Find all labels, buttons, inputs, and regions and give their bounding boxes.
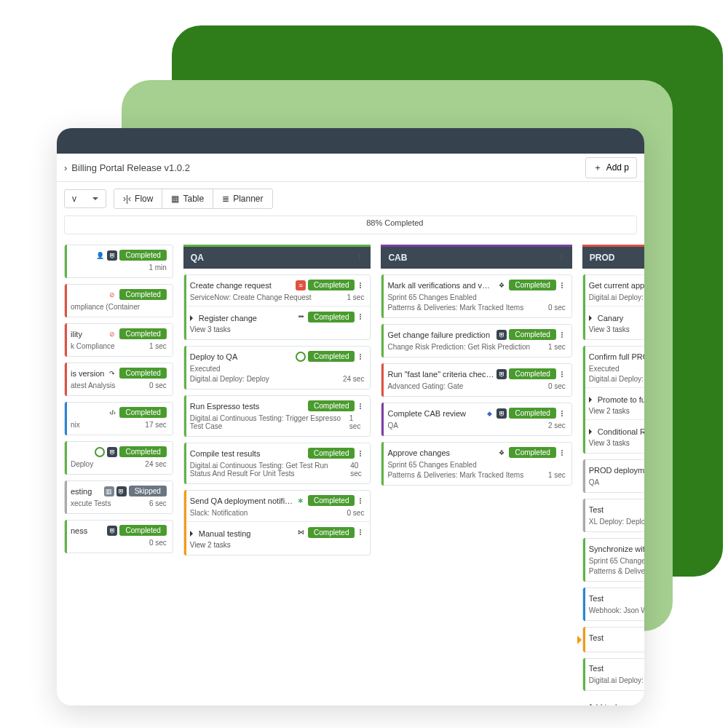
shield-icon: ⛨ — [496, 408, 507, 419]
card-menu-icon[interactable] — [558, 371, 566, 377]
card-subtext: Deploy — [71, 460, 93, 468]
card-subtext: Patterns & Deliveries: Mark Tracked Item… — [387, 471, 523, 479]
task-card[interactable]: Get change failure prediction⛨CompletedC… — [381, 324, 571, 357]
titlebar — [57, 128, 644, 154]
view-tasks-link[interactable]: View 3 tasks — [589, 439, 644, 447]
card-menu-icon[interactable] — [357, 354, 364, 360]
status-badge: Completed — [119, 250, 166, 261]
card-subtitle: Sprint 65 Changes Enabled — [387, 293, 476, 301]
shield-icon: ⛨ — [496, 330, 507, 340]
card-subtitle: Executed — [589, 365, 620, 373]
card-subtext: QA — [589, 478, 599, 486]
card-subtitle: Executed — [190, 365, 221, 373]
task-card[interactable]: ⛨CompletedDeploy24 sec — [64, 441, 173, 475]
expand-row[interactable]: Promote to full PROD — [589, 395, 644, 404]
ring-icon: ⊘ — [107, 290, 117, 300]
status-badge: Completed — [308, 527, 355, 538]
task-card[interactable]: ness⛨Completed0 sec — [64, 520, 173, 553]
task-card[interactable]: Confirm full PROD readinessCompletedExec… — [582, 346, 644, 454]
task-card[interactable]: 👤⛨Completed1 min — [64, 245, 173, 278]
column-menu-icon[interactable] — [356, 255, 363, 261]
status-badge: Skipped — [129, 486, 167, 496]
shield-icon: ⛨ — [107, 250, 117, 261]
column-menu-icon[interactable] — [558, 255, 565, 261]
task-card[interactable]: is version↷Completedatest Analysis0 sec — [64, 363, 173, 396]
column-qa-label: QA — [191, 253, 204, 263]
view-tasks-link[interactable]: View 3 tasks — [190, 325, 365, 333]
task-card[interactable]: Test👥In progress — [582, 627, 644, 652]
task-card[interactable]: Get current application …⛨CompletedDigit… — [582, 274, 644, 340]
task-card[interactable]: Test▩SkippedXL Deploy: Deploy extended7.… — [582, 499, 644, 532]
card-subtext: k Compliance — [71, 342, 115, 350]
column-header-qa[interactable]: QA — [183, 245, 371, 269]
card-title: Compile test results — [190, 449, 305, 458]
card-menu-icon[interactable] — [357, 403, 364, 409]
expand-row[interactable]: Manual testing — [190, 529, 251, 538]
task-card[interactable]: Deploy to QACompletedExecutedDigital.ai … — [183, 346, 371, 389]
expand-row[interactable]: Canary — [589, 314, 623, 323]
shield-icon: ⛨ — [116, 486, 127, 496]
task-card[interactable]: ⊘Completedompliance (Container — [64, 284, 173, 317]
card-menu-icon[interactable] — [558, 282, 566, 288]
card-menu-icon[interactable] — [357, 451, 364, 456]
task-card[interactable]: ‹/›Completednix17 sec — [64, 402, 173, 435]
status-badge: Completed — [308, 280, 355, 290]
card-menu-icon[interactable] — [558, 450, 566, 456]
view-planner-button[interactable]: ≣ Planner — [213, 189, 272, 208]
progress-text: 88% Completed — [366, 218, 423, 227]
card-title: Deploy to QA — [190, 352, 293, 361]
stack-icon: ❖ — [496, 280, 507, 290]
status-badge: Completed — [119, 525, 166, 536]
breadcrumb-row: › Billing Portal Release v1.0.2 ＋ Add p — [57, 154, 644, 182]
task-card[interactable]: PROD deployment gate⛨SkippedQA66 da — [582, 459, 644, 493]
status-badge: Completed — [119, 328, 166, 339]
task-card[interactable]: Run "fast lane" criteria chec…⛨Completed… — [381, 363, 571, 397]
task-card[interactable]: Create change request≡CompletedServiceNo… — [183, 274, 371, 340]
card-menu-icon[interactable] — [558, 332, 566, 338]
card-menu-icon[interactable] — [357, 282, 364, 288]
view-table-button[interactable]: ▦ Table — [162, 189, 213, 208]
status-badge: Completed — [308, 312, 355, 323]
card-menu-icon[interactable] — [357, 498, 364, 504]
add-task-button[interactable]: Add task — [582, 697, 644, 705]
card-time: 1 sec — [548, 343, 566, 351]
card-menu-icon[interactable] — [357, 529, 364, 535]
view-tasks-link[interactable]: View 3 tasks — [589, 325, 644, 333]
task-card[interactable]: Mark all verifications and v…❖CompletedS… — [381, 274, 571, 318]
task-card[interactable]: Approve changes❖CompletedSprint 65 Chang… — [381, 442, 571, 486]
expand-row[interactable]: Conditional Rollback — [589, 427, 644, 436]
ring-icon — [95, 447, 105, 457]
shield-icon: ⛨ — [107, 526, 117, 536]
card-title: Test — [589, 633, 644, 642]
task-card[interactable]: esting▥⛨Skippedxecute Tests6 sec — [64, 480, 173, 514]
column-header-prod[interactable]: PROD — [582, 245, 644, 269]
add-phase-button[interactable]: ＋ Add p — [585, 157, 637, 178]
task-card[interactable]: ility⊘Completedk Compliance1 sec — [64, 323, 173, 357]
breadcrumb-caret-icon[interactable]: › — [64, 162, 67, 173]
task-card[interactable]: Test‹/›SkippedWebhook: Json Webhook21 s — [582, 587, 644, 621]
expand-row[interactable]: Register change — [190, 314, 257, 323]
task-card[interactable]: Synchronize with business …❖CompletedSpr… — [582, 538, 644, 582]
card-time: 0 sec — [347, 509, 365, 517]
view-tasks-link[interactable]: View 2 tasks — [589, 407, 644, 415]
caret-right-icon — [589, 397, 595, 403]
task-card[interactable]: Run Espresso testsCompletedDigital.ai Co… — [183, 395, 371, 437]
diamond-icon: ◆ — [484, 408, 494, 419]
view-switch: ›|‹ Flow ▦ Table ≣ Planner — [114, 189, 273, 209]
status-badge: Completed — [509, 329, 555, 340]
column-cab-label: CAB — [388, 253, 407, 263]
task-card[interactable]: Send QA deployment notifi…✱CompletedSlac… — [183, 490, 371, 555]
card-menu-icon[interactable] — [558, 411, 566, 416]
task-card[interactable]: TestDigital.ai Deploy: Deploy — [582, 658, 644, 691]
view-tasks-link[interactable]: View 2 tasks — [190, 541, 365, 549]
card-title: Complete CAB review — [387, 409, 481, 418]
view-flow-button[interactable]: ›|‹ Flow — [114, 189, 162, 208]
kanban-board: 👤⛨Completed1 min⊘Completedompliance (Con… — [57, 245, 644, 705]
filter-select[interactable]: v — [64, 189, 106, 208]
task-card[interactable]: Compile test resultsCompletedDigital.ai … — [183, 443, 371, 484]
task-card[interactable]: Complete CAB review◆⛨CompletedQA2 sec — [381, 403, 571, 436]
card-title: Run "fast lane" criteria chec… — [387, 370, 494, 379]
column-header-cab[interactable]: CAB — [381, 245, 571, 269]
card-menu-icon[interactable] — [357, 314, 364, 320]
column-prod-label: PROD — [590, 253, 615, 263]
